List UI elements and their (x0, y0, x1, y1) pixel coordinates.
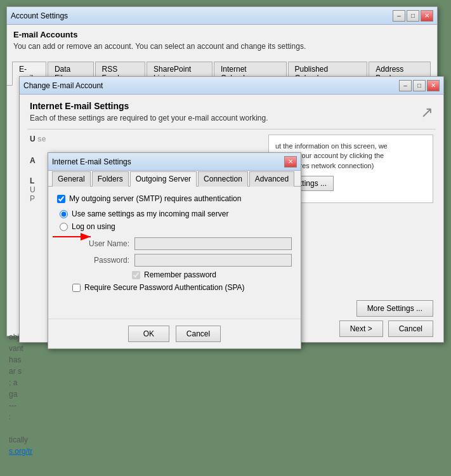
username-input[interactable] (134, 237, 292, 250)
change-email-title: Change E-mail Account (23, 81, 103, 90)
cursor-icon: ↗ (421, 103, 433, 121)
spa-row: Require Secure Password Authentication (… (57, 283, 292, 292)
change-email-header-text: Internet E-mail Settings Each of these s… (30, 101, 268, 122)
email-accounts-title: E-mail Accounts (13, 30, 431, 39)
cancel-button-change-email[interactable]: Cancel (388, 321, 433, 337)
more-settings-button[interactable]: More Settings ... (356, 300, 433, 317)
internet-email-settings-dialog: Internet E-mail Settings ✕ General Folde… (48, 152, 301, 349)
user-info-label-1: U se (30, 135, 261, 143)
maximize-button-2[interactable]: □ (413, 80, 426, 91)
internet-email-dialog-title: Internet E-mail Settings (52, 157, 131, 166)
more-settings-container: More Settings ... (356, 300, 433, 317)
remember-password-checkbox[interactable] (132, 271, 140, 279)
close-button-2[interactable]: ✕ (427, 80, 440, 91)
tab-general[interactable]: General (52, 171, 91, 187)
internet-email-settings-title: Internet E-mail Settings (30, 101, 268, 111)
spa-label: Require Secure Password Authentication (… (84, 283, 245, 292)
use-same-settings-row: Use same settings as my incoming mail se… (60, 209, 292, 218)
background-link[interactable]: s.org/tr (9, 447, 32, 456)
change-email-header: Internet E-mail Settings Each of these s… (20, 95, 443, 129)
tab-folders[interactable]: Folders (92, 171, 129, 187)
spa-checkbox[interactable] (72, 284, 81, 292)
account-settings-title: Account Settings (11, 11, 68, 20)
password-label: Password: (72, 256, 129, 265)
smtp-auth-row: My outgoing server (SMTP) requires authe… (57, 194, 292, 203)
minimize-button-2[interactable]: – (399, 80, 412, 91)
maximize-button[interactable]: □ (407, 10, 419, 22)
close-button[interactable]: ✕ (421, 10, 433, 22)
account-settings-controls: – □ ✕ (393, 10, 433, 22)
tab-outgoing-server[interactable]: Outgoing Server (130, 171, 197, 187)
change-email-controls: – □ ✕ (399, 80, 440, 91)
internet-email-settings-subtitle: Each of these settings are required to g… (30, 114, 268, 122)
ok-button[interactable]: OK (128, 326, 169, 342)
close-button-dialog[interactable]: ✕ (284, 156, 297, 168)
internet-email-dialog-footer: OK Cancel (48, 319, 301, 348)
tab-advanced[interactable]: Advanced (249, 171, 294, 187)
minimize-button[interactable]: – (393, 10, 405, 22)
remember-password-row: Remember password (57, 270, 292, 279)
tab-connection[interactable]: Connection (198, 171, 248, 187)
change-email-bottom-buttons: Next > Cancel (329, 315, 443, 342)
internet-email-dialog-controls: ✕ (284, 156, 297, 168)
next-button[interactable]: Next > (339, 321, 383, 337)
change-email-title-bar: Change E-mail Account – □ ✕ (20, 77, 443, 95)
account-settings-title-bar: Account Settings – □ ✕ (7, 7, 437, 25)
smtp-auth-checkbox[interactable] (57, 195, 65, 203)
remember-password-label: Remember password (144, 270, 216, 279)
account-settings-header: E-mail Accounts You can add or remove an… (7, 25, 437, 57)
use-same-settings-label: Use same settings as my incoming mail se… (72, 209, 228, 218)
password-input[interactable] (134, 254, 292, 267)
use-same-settings-radio[interactable] (60, 210, 68, 218)
password-field-row: Password: (57, 254, 292, 267)
background-text: obj vant has ar s ; a ga --- : tically s… (9, 331, 136, 457)
arrow-annotation (49, 227, 100, 246)
smtp-auth-label: My outgoing server (SMTP) requires authe… (69, 194, 241, 203)
internet-email-dialog-tab-bar: General Folders Outgoing Server Connecti… (48, 171, 301, 187)
cancel-button-dialog[interactable]: Cancel (176, 326, 221, 342)
email-accounts-subtitle: You can add or remove an account. You ca… (13, 42, 431, 51)
internet-email-dialog-title-bar: Internet E-mail Settings ✕ (48, 153, 301, 171)
